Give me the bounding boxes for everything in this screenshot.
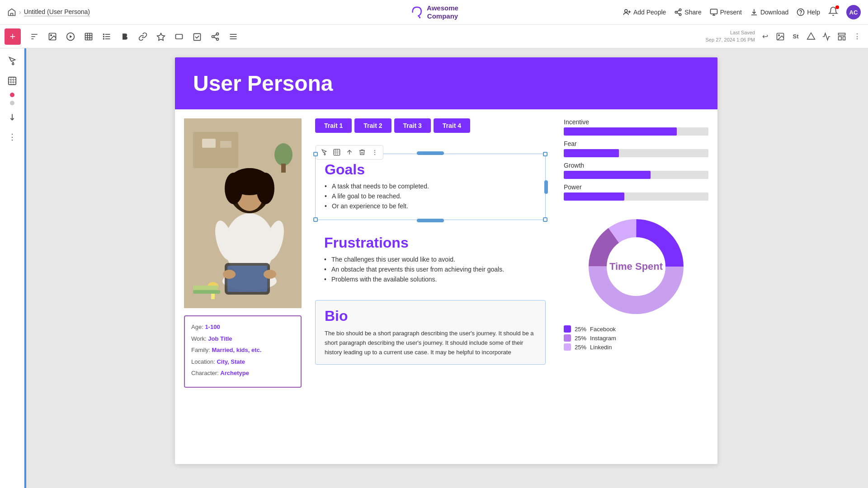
shape-tool[interactable]	[153, 28, 169, 45]
download-icon	[750, 8, 758, 16]
corner-handle-tr[interactable]	[543, 152, 547, 156]
video-tool[interactable]	[62, 28, 79, 45]
svg-rect-33	[8, 77, 16, 85]
bar-label-fear: Fear	[564, 140, 708, 147]
bold-tool[interactable]	[117, 28, 133, 45]
logo-icon	[410, 5, 424, 19]
resize-handle-right[interactable]	[544, 180, 548, 194]
breadcrumb-separator: ›	[19, 9, 21, 16]
bar-track-growth	[564, 171, 708, 179]
svg-point-18	[104, 38, 104, 39]
add-people-icon	[623, 8, 631, 16]
bio-info-card: Age: 1-100 Work: Job Title Family: Marri…	[184, 315, 302, 388]
check-tool[interactable]	[189, 28, 205, 45]
download-button[interactable]: Download	[750, 8, 788, 16]
age-line: Age: 1-100	[191, 323, 294, 332]
rect-tool[interactable]	[171, 28, 187, 45]
location-line: Location: City, State	[191, 357, 294, 366]
list-tool[interactable]	[99, 28, 115, 45]
nav-left: › Untitled (User Persona)	[7, 8, 623, 17]
character-line: Character: Archetype	[191, 369, 294, 378]
svg-rect-40	[281, 164, 286, 173]
svg-marker-29	[807, 33, 815, 39]
trait-4-button[interactable]: Trait 4	[434, 118, 470, 133]
frustrations-item-3: Problems with the available solutions.	[324, 276, 537, 283]
notifications-button[interactable]	[828, 6, 838, 18]
table-tool[interactable]	[80, 28, 97, 45]
bar-item-power: Power	[564, 183, 708, 201]
svg-rect-38	[220, 141, 231, 148]
svg-point-22	[212, 35, 214, 38]
svg-rect-30	[839, 33, 845, 35]
svg-point-9	[51, 34, 52, 36]
color-dot-gray[interactable]	[10, 101, 14, 105]
more-toolbar[interactable]: ⋮	[369, 147, 380, 158]
paint-tool[interactable]	[4, 53, 20, 69]
bio-text: The bio should be a short paragraph desc…	[325, 329, 536, 357]
image-tool[interactable]	[44, 28, 61, 45]
text-tool[interactable]	[26, 28, 42, 45]
corner-handle-tl[interactable]	[313, 152, 318, 156]
frustrations-item-1: The challenges this user would like to a…	[324, 256, 537, 263]
bar-track-fear	[564, 149, 708, 157]
doc-header: User Persona	[175, 57, 717, 109]
last-saved: Last Saved Sep 27, 2024 1:06 PM	[706, 29, 755, 43]
notification-dot	[835, 5, 839, 9]
more-button[interactable]: ⋮	[851, 30, 863, 43]
help-button[interactable]: Help	[797, 8, 820, 16]
breadcrumb: › Untitled (User Persona)	[7, 8, 90, 17]
trait-1-button[interactable]: Trait 1	[315, 118, 352, 133]
avatar[interactable]: AC	[846, 5, 861, 19]
url-tool[interactable]	[135, 28, 151, 45]
chart-button[interactable]	[820, 30, 833, 43]
share-tool[interactable]	[207, 28, 223, 45]
delete-toolbar[interactable]	[357, 147, 368, 158]
toolbar-right: Last Saved Sep 27, 2024 1:06 PM ↩ St ⋮	[706, 29, 863, 43]
share-button[interactable]: Share	[674, 8, 701, 16]
undo-button[interactable]: ↩	[759, 30, 771, 43]
color-dot-red[interactable]	[10, 93, 14, 97]
legend-label-linkedin: Linkedin	[590, 344, 612, 351]
persona-illustration	[184, 118, 302, 308]
resize-handle-top[interactable]	[417, 151, 444, 155]
menu-tool[interactable]	[225, 28, 241, 45]
bar-fill-growth	[564, 171, 651, 179]
image-manager-button[interactable]	[774, 30, 787, 43]
arrow-tool[interactable]	[4, 109, 20, 125]
texture-toolbar[interactable]	[331, 147, 342, 158]
svg-point-3	[675, 11, 678, 14]
bio-section: Bio The bio should be a short paragraph …	[315, 300, 546, 365]
paint-bucket-toolbar[interactable]	[319, 147, 330, 158]
legend-dot-facebook	[564, 325, 571, 333]
add-tool-button[interactable]: +	[5, 28, 21, 45]
doc-breadcrumb-title[interactable]: Untitled (User Persona)	[24, 8, 90, 16]
trait-2-button[interactable]: Trait 2	[354, 118, 391, 133]
goals-item-3: Or an experience to be felt.	[325, 202, 536, 210]
goals-section[interactable]: ⋮ Goals A task that needs to be complete…	[315, 154, 546, 220]
style-button[interactable]: St	[789, 30, 802, 43]
add-people-button[interactable]: Add People	[623, 8, 666, 16]
bar-item-growth: Growth	[564, 162, 708, 179]
doc-right-column: Incentive Fear Growth	[555, 109, 717, 397]
template-button[interactable]	[835, 30, 848, 43]
frustrations-heading: Frustrations	[324, 235, 537, 251]
trait-3-button[interactable]: Trait 3	[394, 118, 431, 133]
more-vertical[interactable]: ⋮	[4, 129, 20, 145]
svg-point-16	[104, 34, 104, 35]
svg-point-21	[217, 33, 219, 35]
resize-handle-bottom[interactable]	[417, 219, 444, 222]
traits-row: Trait 1 Trait 2 Trait 3 Trait 4	[315, 118, 546, 133]
svg-point-23	[217, 38, 219, 40]
present-button[interactable]: Present	[710, 8, 742, 16]
corner-handle-br[interactable]	[543, 217, 547, 222]
logo-text: Awesome Company	[427, 4, 458, 20]
donut-label: Time Spent	[609, 261, 663, 272]
home-icon[interactable]	[7, 8, 16, 17]
texture-tool[interactable]	[4, 73, 20, 89]
shape-manager-button[interactable]	[805, 30, 817, 43]
legend-instagram: 25% Instagram	[564, 334, 708, 342]
corner-handle-bl[interactable]	[313, 217, 318, 222]
bar-fill-fear	[564, 149, 619, 157]
move-up-toolbar[interactable]	[344, 147, 355, 158]
svg-point-7	[801, 14, 801, 14]
